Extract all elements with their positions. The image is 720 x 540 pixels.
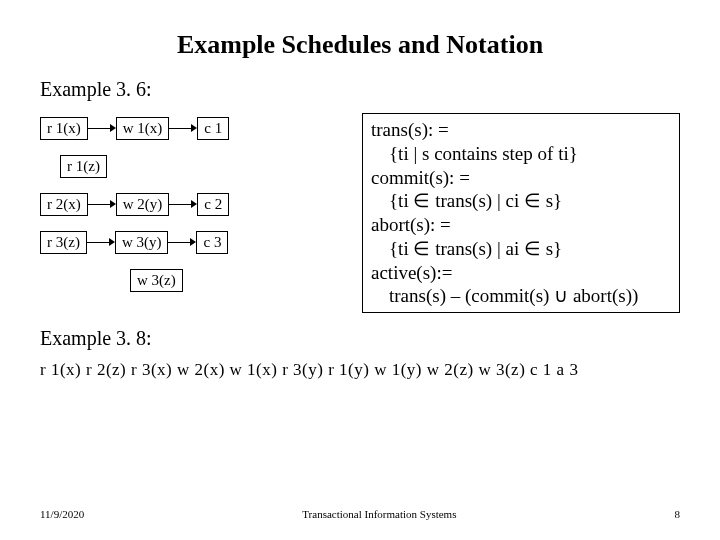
arrow-icon <box>88 123 116 133</box>
op-box: c 2 <box>197 193 229 216</box>
def-line: commit(s): = <box>371 166 671 190</box>
op-box: r 1(z) <box>60 155 107 178</box>
footer-title: Transactional Information Systems <box>302 508 456 520</box>
op-box: w 3(y) <box>115 231 169 254</box>
arrow-icon <box>87 237 115 247</box>
footer-date: 11/9/2020 <box>40 508 84 520</box>
schedule-sequence: r 1(x) r 2(z) r 3(x) w 2(x) w 1(x) r 3(y… <box>40 360 680 380</box>
diagram-row: r 3(z) w 3(y) c 3 <box>40 227 350 257</box>
arrow-icon <box>88 199 116 209</box>
def-line: {ti ∈ trans(s) | ci ∈ s} <box>371 189 671 213</box>
example-3-6-label: Example 3. 6: <box>40 78 680 101</box>
def-line: trans(s) – (commit(s) ∪ abort(s)) <box>371 284 671 308</box>
diagram-row: r 2(x) w 2(y) c 2 <box>40 189 350 219</box>
op-box: c 1 <box>197 117 229 140</box>
def-line: active(s):= <box>371 261 671 285</box>
arrow-icon <box>168 237 196 247</box>
def-line: {ti | s contains step of ti} <box>371 142 671 166</box>
def-line: {ti ∈ trans(s) | ai ∈ s} <box>371 237 671 261</box>
example-3-8-label: Example 3. 8: <box>40 327 680 350</box>
op-box: r 1(x) <box>40 117 88 140</box>
diagram-row: w 3(z) <box>130 265 350 295</box>
diagram-row: r 1(x) w 1(x) c 1 <box>40 113 350 143</box>
def-line: trans(s): = <box>371 118 671 142</box>
op-box: c 3 <box>196 231 228 254</box>
definition-box: trans(s): = {ti | s contains step of ti}… <box>362 113 680 313</box>
op-box: r 3(z) <box>40 231 87 254</box>
op-box: r 2(x) <box>40 193 88 216</box>
arrow-icon <box>169 123 197 133</box>
arrow-icon <box>169 199 197 209</box>
page-title: Example Schedules and Notation <box>40 30 680 60</box>
def-line: abort(s): = <box>371 213 671 237</box>
slide-footer: 11/9/2020 Transactional Information Syst… <box>40 508 680 520</box>
op-box: w 3(z) <box>130 269 183 292</box>
op-box: w 1(x) <box>116 117 170 140</box>
schedule-diagram: r 1(x) w 1(x) c 1 r 1(z) r 2(x) w 2(y) c… <box>40 113 350 303</box>
op-box: w 2(y) <box>116 193 170 216</box>
content-row: r 1(x) w 1(x) c 1 r 1(z) r 2(x) w 2(y) c… <box>40 113 680 313</box>
diagram-row: r 1(z) <box>60 151 350 181</box>
footer-page: 8 <box>674 508 680 520</box>
